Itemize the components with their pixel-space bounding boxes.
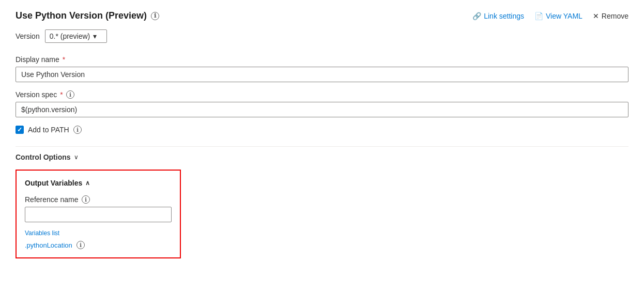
version-spec-info-icon[interactable]: ℹ: [66, 90, 74, 99]
remove-icon: ✕: [593, 12, 599, 20]
output-variables-box: Output Variables ∧ Reference name ℹ Vari…: [16, 170, 181, 258]
add-to-path-checkbox[interactable]: [16, 126, 24, 134]
reference-name-label: Reference name ℹ: [25, 195, 172, 204]
version-row: Version 0.* (preview) ▾: [16, 29, 628, 43]
reference-name-info-icon[interactable]: ℹ: [82, 195, 90, 204]
variable-item: .pythonLocation ℹ: [25, 241, 172, 249]
reference-name-section: Reference name ℹ: [25, 195, 172, 230]
yaml-icon: 📄: [534, 12, 543, 20]
output-variables-label: Output Variables: [25, 179, 82, 187]
required-star: *: [63, 55, 65, 64]
output-variables-chevron: ∧: [85, 179, 90, 187]
display-name-section: Display name *: [16, 55, 628, 82]
remove-button[interactable]: ✕ Remove: [593, 12, 628, 20]
link-icon: 🔗: [472, 12, 481, 20]
version-spec-label: Version spec * ℹ: [16, 90, 628, 99]
control-options-label: Control Options: [16, 153, 71, 161]
variables-list-label: Variables list: [25, 230, 172, 237]
chevron-down-icon: ▾: [93, 32, 97, 40]
variables-list-section: Variables list .pythonLocation ℹ: [25, 230, 172, 249]
add-to-path-label: Add to PATH: [28, 126, 69, 134]
page-title: Use Python Version (Preview): [16, 10, 147, 21]
add-to-path-info-icon[interactable]: ℹ: [73, 126, 82, 134]
output-variables-header[interactable]: Output Variables ∧: [25, 179, 172, 187]
header-row: Use Python Version (Preview) ℹ 🔗 Link se…: [16, 10, 628, 21]
variable-info-icon[interactable]: ℹ: [76, 241, 85, 249]
required-star-2: *: [60, 90, 63, 99]
display-name-input[interactable]: [16, 67, 628, 82]
version-label: Version: [16, 32, 40, 40]
control-options-chevron: ∨: [74, 154, 79, 161]
header-actions: 🔗 Link settings 📄 View YAML ✕ Remove: [472, 12, 628, 20]
header-title: Use Python Version (Preview) ℹ: [16, 10, 159, 21]
reference-name-input[interactable]: [25, 207, 172, 222]
control-options-header[interactable]: Control Options ∨: [16, 146, 628, 167]
version-select[interactable]: 0.* (preview) ▾: [45, 29, 107, 43]
title-info-icon[interactable]: ℹ: [151, 12, 159, 20]
variable-name: .pythonLocation: [25, 241, 72, 249]
link-settings-button[interactable]: 🔗 Link settings: [472, 12, 524, 20]
version-spec-input[interactable]: [16, 102, 628, 117]
add-to-path-row: Add to PATH ℹ: [16, 126, 628, 134]
page-container: Use Python Version (Preview) ℹ 🔗 Link se…: [0, 0, 644, 306]
version-spec-section: Version spec * ℹ: [16, 90, 628, 117]
version-value: 0.* (preview): [50, 32, 90, 40]
view-yaml-button[interactable]: 📄 View YAML: [534, 12, 582, 20]
display-name-label: Display name *: [16, 55, 628, 64]
